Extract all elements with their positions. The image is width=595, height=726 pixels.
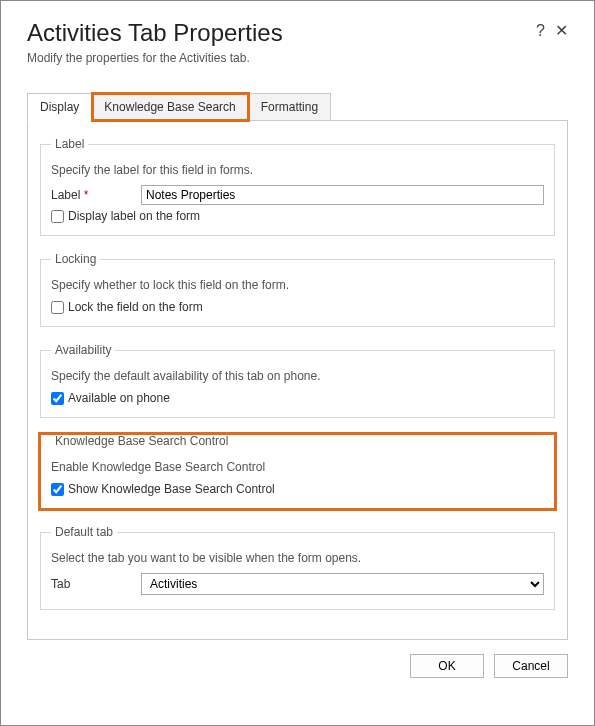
default-tab-desc: Select the tab you want to be visible wh… <box>51 551 544 565</box>
tab-strip: Display Knowledge Base Search Formatting <box>27 93 568 120</box>
locking-section: Locking Specify whether to lock this fie… <box>40 252 555 327</box>
default-tab-legend: Default tab <box>51 525 117 539</box>
help-icon[interactable]: ? <box>536 19 545 43</box>
kb-desc: Enable Knowledge Base Search Control <box>51 460 544 474</box>
close-icon[interactable]: ✕ <box>555 19 568 43</box>
lock-field-checkbox[interactable] <box>51 301 64 314</box>
cancel-button[interactable]: Cancel <box>494 654 568 678</box>
availability-section: Availability Specify the default availab… <box>40 343 555 418</box>
locking-desc: Specify whether to lock this field on th… <box>51 278 544 292</box>
label-field-label: Label * <box>51 188 133 202</box>
show-kb-search-text: Show Knowledge Base Search Control <box>68 482 275 496</box>
display-label-checkbox[interactable] <box>51 210 64 223</box>
locking-legend: Locking <box>51 252 100 266</box>
tab-panel-display: Label Specify the label for this field i… <box>27 120 568 640</box>
dialog-subtitle: Modify the properties for the Activities… <box>27 51 568 65</box>
ok-button[interactable]: OK <box>410 654 484 678</box>
available-on-phone-checkbox[interactable] <box>51 392 64 405</box>
label-desc: Specify the label for this field in form… <box>51 163 544 177</box>
default-tab-section: Default tab Select the tab you want to b… <box>40 525 555 610</box>
label-input[interactable] <box>141 185 544 205</box>
dialog-footer: OK Cancel <box>27 654 568 678</box>
tab-display[interactable]: Display <box>27 93 92 121</box>
kb-search-control-section: Knowledge Base Search Control Enable Kno… <box>40 434 555 509</box>
availability-legend: Availability <box>51 343 115 357</box>
display-label-text: Display label on the form <box>68 209 200 223</box>
available-on-phone-text: Available on phone <box>68 391 170 405</box>
lock-field-text: Lock the field on the form <box>68 300 203 314</box>
default-tab-select[interactable]: Activities <box>141 573 544 595</box>
kb-legend: Knowledge Base Search Control <box>51 434 232 448</box>
default-tab-label: Tab <box>51 577 133 591</box>
availability-desc: Specify the default availability of this… <box>51 369 544 383</box>
tab-knowledge-base-search[interactable]: Knowledge Base Search <box>92 93 248 121</box>
dialog-title: Activities Tab Properties <box>27 19 526 47</box>
label-section: Label Specify the label for this field i… <box>40 137 555 236</box>
show-kb-search-checkbox[interactable] <box>51 483 64 496</box>
label-legend: Label <box>51 137 88 151</box>
tab-formatting[interactable]: Formatting <box>249 93 331 121</box>
